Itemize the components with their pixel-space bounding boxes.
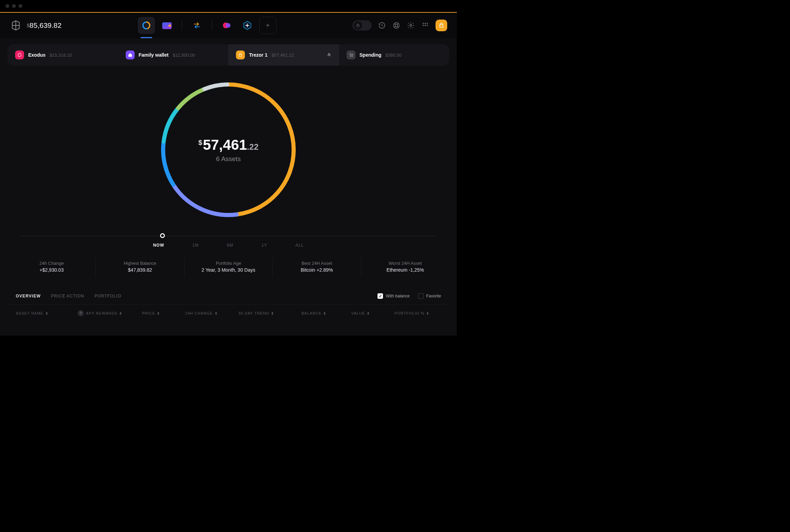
svg-point-6 (226, 23, 230, 28)
filter-favorite[interactable]: Favorite (418, 293, 441, 299)
column-price[interactable]: PRICE (142, 310, 185, 316)
app-logo-icon[interactable] (10, 19, 22, 32)
svg-point-17 (352, 56, 352, 57)
support-icon[interactable] (392, 21, 400, 30)
wallet-amount: $360.50 (385, 53, 402, 58)
column-balance[interactable]: BALANCE (302, 310, 351, 316)
timeline-1y[interactable]: 1Y (261, 243, 267, 248)
stat-value: $47,839.82 (96, 267, 184, 273)
wallet-tabs: Exodus $15,318.10 Family wallet $12,500.… (8, 44, 449, 66)
column-value[interactable]: VALUE (351, 310, 395, 316)
assets-count: 6 Assets (199, 155, 259, 163)
home-icon (126, 50, 135, 59)
trezor-badge-icon[interactable] (436, 20, 447, 31)
sort-icon (271, 312, 273, 315)
timeline-all[interactable]: ALL (295, 243, 304, 248)
svg-rect-11 (425, 23, 426, 24)
table-tabs: OVERVIEW PRICE ACTION PORTFOLIO With bal… (8, 293, 449, 305)
sort-icon (427, 312, 429, 315)
nav-add-asset[interactable] (239, 17, 256, 34)
portfolio-amount: $57,461.22 (199, 137, 259, 153)
total-balance: $85,639.82 (27, 21, 61, 30)
wallet-name: Exodus (28, 52, 46, 58)
nav-wallet[interactable] (158, 17, 176, 34)
wallet-amount: $15,318.10 (50, 53, 72, 58)
wallet-tab-trezor[interactable]: Trezor 1 $57,461.22 (228, 44, 339, 66)
window-minimize-dot[interactable] (12, 4, 16, 8)
svg-point-9 (410, 24, 412, 26)
svg-rect-10 (423, 23, 424, 24)
svg-rect-15 (427, 25, 428, 26)
svg-rect-13 (423, 25, 424, 26)
column-portfolio-%[interactable]: PORTFOLIO % (395, 310, 441, 316)
sort-icon (120, 312, 122, 315)
svg-rect-14 (425, 25, 426, 26)
window-close-dot[interactable] (5, 4, 9, 8)
wallet-name: Spending (360, 52, 382, 58)
stat-block: Best 24H AssetBitcoin +2.89% (273, 257, 361, 276)
sort-icon (157, 312, 159, 315)
column-apy-rewards[interactable]: ? APY REWARDS (76, 310, 142, 316)
timeline-now[interactable]: NOW (153, 243, 164, 248)
window-controls (0, 0, 457, 12)
sort-icon (215, 312, 217, 315)
exodus-icon (15, 50, 24, 59)
wallet-tab-family[interactable]: Family wallet $12,500.00 (118, 44, 229, 66)
stats-row: 24h Change+$2,930.03Highest Balance$47,8… (8, 257, 449, 276)
portfolio-donut-chart: $57,461.22 6 Assets (155, 76, 302, 224)
grid-icon[interactable] (421, 21, 429, 30)
column-asset-name[interactable]: ASSET NAME (16, 310, 76, 316)
lock-toggle[interactable] (352, 20, 372, 31)
wallet-amount: $57,461.22 (272, 53, 294, 58)
stat-label: Portfolio Age (184, 261, 272, 266)
help-icon[interactable]: ? (78, 310, 84, 316)
nav-portfolio[interactable] (138, 17, 155, 34)
stat-block: Portfolio Age2 Year, 3 Month, 30 Days (184, 257, 273, 276)
filter-with-balance[interactable]: With balance (377, 293, 409, 299)
table-header: ASSET NAME ? APY REWARDS PRICE 24H CHANG… (8, 305, 449, 322)
stat-value: 2 Year, 3 Month, 30 Days (184, 267, 272, 273)
tab-price-action[interactable]: PRICE ACTION (51, 294, 84, 298)
wallet-name: Family wallet (139, 52, 169, 58)
stat-label: Best 24H Asset (273, 261, 361, 266)
nav-divider (182, 21, 182, 30)
tab-overview[interactable]: OVERVIEW (16, 294, 41, 298)
svg-point-16 (350, 56, 351, 57)
timeline: NOW1M6M1YALL (8, 233, 449, 248)
tab-portfolio[interactable]: PORTFOLIO (94, 294, 121, 298)
svg-point-8 (395, 24, 397, 26)
svg-rect-12 (427, 23, 428, 24)
eject-icon[interactable] (327, 52, 331, 58)
nav-add-button[interactable]: + (259, 17, 276, 34)
stat-block: Worst 24H AssetEthereum -1,25% (361, 257, 449, 276)
nav-apps[interactable] (218, 17, 235, 34)
settings-icon[interactable] (407, 21, 415, 30)
column-30-day-trend[interactable]: 30 DAY TREND (238, 310, 302, 316)
sort-icon (46, 312, 48, 315)
cart-icon (347, 50, 356, 59)
stat-label: Worst 24H Asset (361, 261, 449, 266)
sort-icon (367, 312, 369, 315)
wallet-tab-exodus[interactable]: Exodus $15,318.10 (8, 44, 118, 66)
column-24h-change[interactable]: 24H CHANGE (185, 310, 238, 316)
wallet-amount: $12,500.00 (173, 53, 195, 58)
timeline-6m[interactable]: 6M (227, 243, 234, 248)
svg-rect-4 (168, 25, 171, 27)
stat-value: Bitcoin +2.89% (273, 267, 361, 273)
stat-value: Ethereum -1,25% (361, 267, 449, 273)
stat-block: 24h Change+$2,930.03 (8, 257, 96, 276)
stat-label: Highest Balance (96, 261, 184, 266)
trezor-icon (236, 50, 245, 59)
nav-divider (212, 21, 212, 30)
timeline-1m[interactable]: 1M (192, 243, 199, 248)
checkbox-icon (418, 293, 424, 299)
wallet-name: Trezor 1 (249, 52, 268, 58)
sort-icon (324, 312, 326, 315)
window-maximize-dot[interactable] (19, 4, 22, 8)
history-icon[interactable] (378, 21, 386, 30)
stat-value: +$2,930.03 (8, 267, 95, 273)
stat-label: 24h Change (8, 261, 95, 266)
wallet-tab-spending[interactable]: Spending $360.50 (339, 44, 450, 66)
nav-swap[interactable] (188, 17, 205, 34)
checkbox-icon (377, 293, 383, 299)
